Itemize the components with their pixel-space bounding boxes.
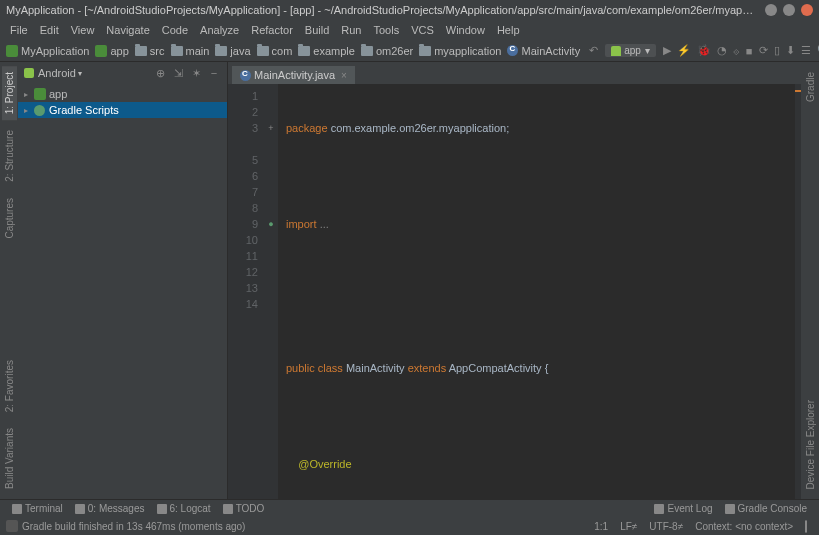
breadcrumb: om26er xyxy=(361,45,413,57)
module-icon xyxy=(95,45,107,57)
window-titlebar: MyApplication - [~/AndroidStudioProjects… xyxy=(0,0,819,20)
menu-view[interactable]: View xyxy=(65,22,101,38)
menubar: File Edit View Navigate Code Analyze Ref… xyxy=(0,20,819,40)
tab-captures[interactable]: Captures xyxy=(2,192,17,245)
breadcrumb: app xyxy=(95,45,128,57)
menu-file[interactable]: File xyxy=(4,22,34,38)
maximize-icon[interactable] xyxy=(783,4,795,16)
structure-icon[interactable]: ☰ xyxy=(801,43,811,59)
status-message: Gradle build finished in 13s 467ms (mome… xyxy=(22,521,245,532)
terminal-icon xyxy=(12,504,22,514)
logcat-icon xyxy=(157,504,167,514)
error-stripe[interactable] xyxy=(795,84,801,499)
tab-messages[interactable]: 0: Messages xyxy=(69,503,151,514)
tab-gradle[interactable]: Gradle xyxy=(803,66,818,108)
gradle-console-icon xyxy=(725,504,735,514)
android-icon xyxy=(611,46,621,56)
menu-analyze[interactable]: Analyze xyxy=(194,22,245,38)
breadcrumb: MyApplication xyxy=(6,45,89,57)
warning-marker-icon[interactable] xyxy=(795,90,801,92)
folder-icon xyxy=(171,46,183,56)
tab-todo[interactable]: TODO xyxy=(217,503,271,514)
code-editor[interactable]: 1 2 3 5 6 7 8 9 10 11 12 13 14 + ● xyxy=(228,84,801,499)
lock-icon[interactable] xyxy=(799,521,813,532)
close-icon[interactable] xyxy=(801,4,813,16)
tab-structure[interactable]: 2: Structure xyxy=(2,124,17,188)
tab-logcat[interactable]: 6: Logcat xyxy=(151,503,217,514)
collapse-icon[interactable]: ⇲ xyxy=(171,66,185,80)
menu-help[interactable]: Help xyxy=(491,22,526,38)
back-icon[interactable]: ↶ xyxy=(589,43,598,59)
file-tab-mainactivity[interactable]: MainActivity.java × xyxy=(232,66,355,84)
profile-icon[interactable]: ◔ xyxy=(717,43,727,59)
sdk-icon[interactable]: ⬇ xyxy=(786,43,795,59)
attach-debugger-icon[interactable]: ⟐ xyxy=(733,43,740,59)
folder-icon xyxy=(257,46,269,56)
stop-icon[interactable]: ■ xyxy=(746,43,753,59)
target-icon[interactable]: ⊕ xyxy=(153,66,167,80)
menu-edit[interactable]: Edit xyxy=(34,22,65,38)
tree-item-gradle-scripts[interactable]: ▸ Gradle Scripts xyxy=(18,102,227,118)
sidebar-view-selector[interactable]: Android xyxy=(38,67,76,79)
gear-icon[interactable]: ✶ xyxy=(189,66,203,80)
folder-icon xyxy=(135,46,147,56)
project-icon xyxy=(6,45,18,57)
minimize-icon[interactable] xyxy=(765,4,777,16)
folder-icon xyxy=(215,46,227,56)
tab-gradle-console[interactable]: Gradle Console xyxy=(719,503,813,514)
override-gutter-icon[interactable]: ● xyxy=(264,216,278,232)
code-content[interactable]: package com.example.om26er.myapplication… xyxy=(278,84,801,499)
todo-icon xyxy=(223,504,233,514)
file-encoding[interactable]: UTF-8≠ xyxy=(643,521,689,532)
chevron-right-icon: ▸ xyxy=(24,106,34,115)
breadcrumb: example xyxy=(298,45,355,57)
breadcrumb: java xyxy=(215,45,250,57)
apply-changes-icon[interactable]: ⚡ xyxy=(677,43,691,59)
close-tab-icon[interactable]: × xyxy=(341,70,347,81)
menu-build[interactable]: Build xyxy=(299,22,335,38)
module-icon xyxy=(34,88,46,100)
messages-icon xyxy=(75,504,85,514)
project-sidebar: Android ▾ ⊕ ⇲ ✶ − ▸ app ▸ Gradle Scripts xyxy=(18,62,228,499)
sidebar-header: Android ▾ ⊕ ⇲ ✶ − xyxy=(18,62,227,84)
tab-terminal[interactable]: Terminal xyxy=(6,503,69,514)
context-indicator[interactable]: Context: <no context> xyxy=(689,521,799,532)
status-icon[interactable] xyxy=(6,520,18,532)
line-number-gutter: 1 2 3 5 6 7 8 9 10 11 12 13 14 xyxy=(228,84,264,499)
class-icon xyxy=(507,45,518,56)
run-button[interactable]: ▶ xyxy=(663,43,671,59)
tab-favorites[interactable]: 2: Favorites xyxy=(2,354,17,418)
tab-label: MainActivity.java xyxy=(254,69,335,81)
menu-refactor[interactable]: Refactor xyxy=(245,22,299,38)
folder-icon xyxy=(298,46,310,56)
caret-position[interactable]: 1:1 xyxy=(588,521,614,532)
tab-project[interactable]: 1: Project xyxy=(2,66,17,120)
tree-label: app xyxy=(49,88,67,100)
tab-event-log[interactable]: Event Log xyxy=(648,503,718,514)
debug-button[interactable]: 🐞 xyxy=(697,43,711,59)
breadcrumb: MainActivity xyxy=(507,45,580,57)
menu-window[interactable]: Window xyxy=(440,22,491,38)
run-config-selector[interactable]: app▾ xyxy=(605,44,656,57)
menu-run[interactable]: Run xyxy=(335,22,367,38)
breadcrumb: myapplication xyxy=(419,45,501,57)
menu-code[interactable]: Code xyxy=(156,22,194,38)
editor-area: MainActivity.java × 1 2 3 5 6 7 8 9 10 1… xyxy=(228,62,801,499)
tab-device-file-explorer[interactable]: Device File Explorer xyxy=(803,394,818,495)
class-icon xyxy=(240,70,251,81)
hide-icon[interactable]: − xyxy=(207,66,221,80)
status-bar: Gradle build finished in 13s 467ms (mome… xyxy=(0,517,819,535)
gradle-icon xyxy=(34,105,45,116)
fold-icon[interactable]: + xyxy=(264,120,278,136)
avd-icon[interactable]: ▯ xyxy=(774,43,780,59)
menu-vcs[interactable]: VCS xyxy=(405,22,440,38)
sync-icon[interactable]: ⟳ xyxy=(759,43,768,59)
editor-tabs: MainActivity.java × xyxy=(228,62,801,84)
chevron-right-icon: ▸ xyxy=(24,90,34,99)
menu-tools[interactable]: Tools xyxy=(367,22,405,38)
menu-navigate[interactable]: Navigate xyxy=(100,22,155,38)
tab-build-variants[interactable]: Build Variants xyxy=(2,422,17,495)
line-separator[interactable]: LF≠ xyxy=(614,521,643,532)
tree-item-app[interactable]: ▸ app xyxy=(18,86,227,102)
fold-gutter: + ● xyxy=(264,84,278,499)
